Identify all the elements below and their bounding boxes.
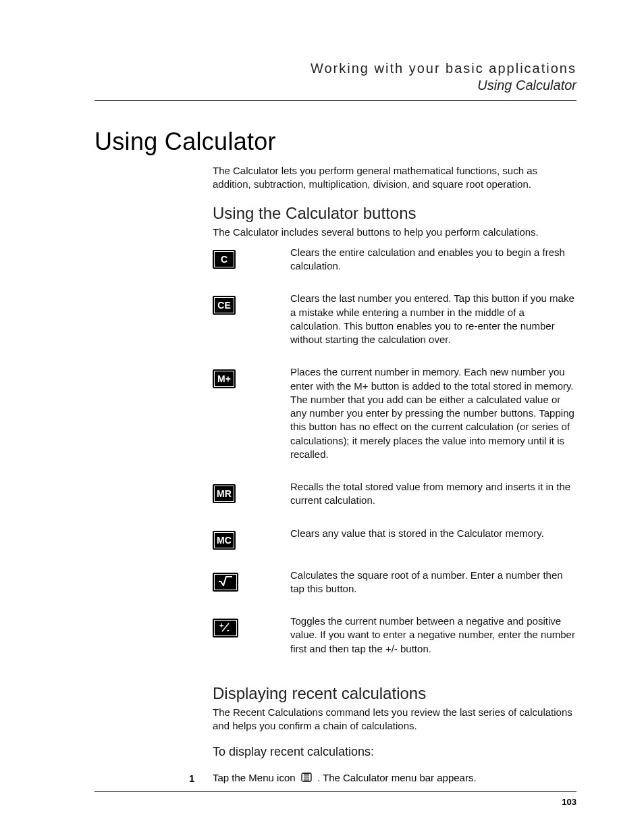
button-icon-cell: C: [213, 246, 290, 292]
step-text: Tap the Menu icon . The Calculator menu …: [213, 771, 576, 785]
button-row-pm: + - Toggles the current number between a…: [213, 615, 576, 675]
menu-icon: [301, 772, 312, 785]
button-desc: Clears the entire calculation and enable…: [290, 246, 576, 292]
running-header-section: Working with your basic applications: [95, 61, 576, 76]
button-row-ce: CE Clears the last number you entered. T…: [213, 292, 576, 365]
button-row-c: C Clears the entire calculation and enab…: [213, 246, 576, 292]
button-desc: Toggles the current number between a neg…: [290, 615, 576, 675]
intro-paragraph: The Calculator lets you perform general …: [213, 164, 576, 192]
calc-key-c-icon: C: [213, 250, 236, 269]
page-title: Using Calculator: [95, 128, 576, 156]
step-text-before: Tap the Menu icon: [213, 772, 296, 783]
button-desc: Clears the last number you entered. Tap …: [290, 292, 576, 365]
button-row-mc: MC Clears any value that is stored in th…: [213, 527, 576, 569]
buttons-table: C Clears the entire calculation and enab…: [213, 246, 576, 675]
button-row-mr: MR Recalls the total stored value from m…: [213, 480, 576, 527]
calc-key-ce-icon: CE: [213, 296, 236, 315]
step-text-after: . The Calculator menu bar appears.: [317, 772, 477, 783]
button-icon-cell: + -: [213, 615, 290, 675]
button-row-mplus: M+ Places the current number in memory. …: [213, 365, 576, 480]
step-number: 1: [189, 772, 213, 785]
subsection-heading-recent: To display recent calculations:: [213, 745, 576, 759]
footer-rule: [95, 791, 576, 792]
calc-key-mplus-icon: M+: [213, 369, 236, 388]
content-block: The Calculator lets you perform general …: [213, 164, 576, 759]
button-row-sqrt: Calculates the square root of a number. …: [213, 569, 576, 615]
header-rule: [95, 100, 576, 101]
button-desc: Recalls the total stored value from memo…: [290, 480, 576, 527]
page-number: 103: [562, 797, 576, 807]
button-desc: Clears any value that is stored in the C…: [290, 527, 576, 569]
buttons-intro: The Calculator includes several buttons …: [213, 226, 576, 239]
section-heading-buttons: Using the Calculator buttons: [213, 204, 576, 223]
svg-text:+: +: [219, 621, 223, 629]
button-icon-cell: M+: [213, 365, 290, 480]
calc-key-mc-icon: MC: [213, 531, 236, 550]
calc-key-mr-icon: MR: [213, 484, 236, 503]
button-desc: Calculates the square root of a number. …: [290, 569, 576, 615]
calc-key-plusminus-icon: + -: [213, 619, 238, 637]
recent-intro: The Recent Calculations command lets you…: [213, 706, 576, 733]
button-desc: Places the current number in memory. Eac…: [290, 365, 576, 480]
step-row: 1 Tap the Menu icon . The Calculator men…: [189, 771, 576, 785]
page: Working with your basic applications Usi…: [0, 0, 644, 834]
svg-text:-: -: [227, 625, 230, 633]
button-icon-cell: [213, 569, 290, 615]
calc-key-sqrt-icon: [213, 573, 238, 592]
section-heading-recent: Displaying recent calculations: [213, 684, 576, 703]
button-icon-cell: CE: [213, 292, 290, 365]
button-icon-cell: MR: [213, 480, 290, 527]
button-icon-cell: MC: [213, 527, 290, 569]
running-header-subsection: Using Calculator: [95, 78, 576, 93]
